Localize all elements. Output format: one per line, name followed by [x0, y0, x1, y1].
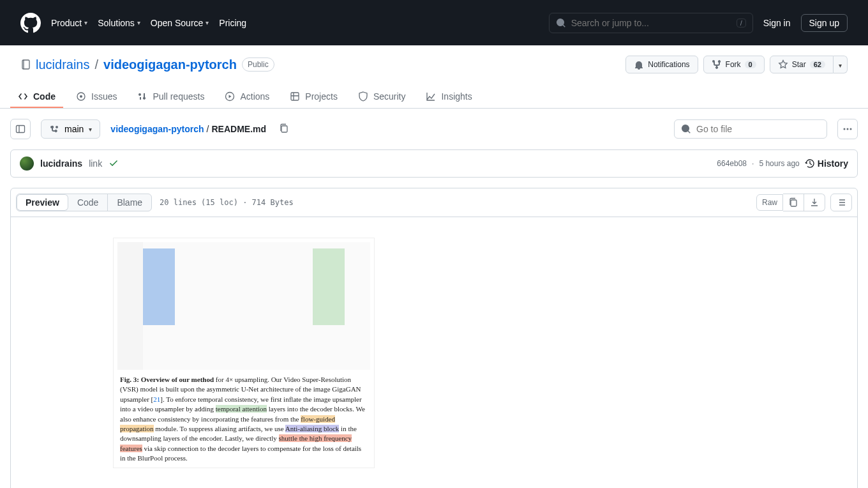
figure-caption: Fig. 3: Overview of our method for 4× up…	[117, 370, 370, 464]
svg-point-6	[844, 128, 846, 130]
tab-code[interactable]: Code	[10, 86, 63, 108]
star-count: 62	[810, 61, 825, 68]
blame-tab[interactable]: Blame	[108, 194, 151, 211]
code-icon	[18, 91, 28, 102]
notifications-button[interactable]: Notifications	[625, 56, 698, 73]
nav-product[interactable]: Product▾	[51, 18, 87, 28]
commit-message-link[interactable]: link	[89, 158, 102, 169]
go-to-file-input[interactable]	[696, 124, 820, 134]
visibility-badge: Public	[242, 57, 274, 72]
chevron-down-icon: ▾	[84, 19, 87, 26]
graph-icon	[426, 91, 436, 102]
project-icon	[290, 91, 300, 102]
nav-pricing[interactable]: Pricing	[219, 18, 246, 28]
sign-in-link[interactable]: Sign in	[763, 18, 791, 28]
repo-icon	[20, 59, 31, 70]
tab-security[interactable]: Security	[350, 86, 414, 108]
avatar[interactable]	[20, 156, 34, 171]
tab-actions[interactable]: Actions	[217, 86, 277, 108]
breadcrumb-file: README.md	[211, 124, 266, 134]
repo-owner-link[interactable]: lucidrains	[36, 57, 89, 72]
star-icon	[778, 59, 788, 70]
svg-point-7	[847, 128, 849, 130]
pr-icon	[137, 91, 147, 102]
nav-solutions[interactable]: Solutions▾	[98, 18, 140, 28]
readme-content: Fig. 3: Overview of our method for 4× up…	[11, 217, 857, 488]
chevron-down-icon: ▾	[137, 19, 140, 26]
commit-author-link[interactable]: lucidrains	[40, 158, 82, 169]
path-separator: /	[94, 57, 98, 72]
search-icon	[556, 18, 566, 28]
tab-pull-requests[interactable]: Pull requests	[130, 86, 212, 108]
branch-icon	[49, 124, 59, 134]
svg-rect-3	[291, 93, 299, 100]
copy-icon	[788, 197, 798, 208]
breadcrumb-repo[interactable]: videogigagan-pytorch	[110, 124, 204, 134]
fork-count: 0	[745, 61, 756, 68]
view-mode-toggle: Preview Code Blame	[16, 194, 152, 211]
history-button[interactable]: History	[805, 158, 848, 169]
dot: ·	[752, 159, 754, 168]
chevron-down-icon: ▾	[89, 126, 92, 133]
file-viewer: Preview Code Blame 20 lines (15 loc) · 7…	[10, 188, 858, 488]
global-search[interactable]: /	[549, 13, 753, 33]
nav-open-source[interactable]: Open Source▾	[151, 18, 209, 28]
global-header: Product▾ Solutions▾ Open Source▾ Pricing…	[0, 0, 868, 45]
sidebar-icon	[15, 124, 26, 134]
code-tab[interactable]: Code	[68, 194, 107, 211]
svg-rect-5	[281, 126, 287, 132]
download-icon	[809, 197, 819, 208]
fork-button[interactable]: Fork 0	[703, 56, 765, 73]
list-icon	[836, 197, 846, 208]
github-logo-icon[interactable]	[20, 13, 41, 33]
svg-point-8	[850, 128, 852, 130]
slash-hint: /	[737, 19, 746, 27]
svg-point-1	[80, 95, 82, 98]
raw-button[interactable]: Raw	[756, 194, 783, 211]
commit-time: 5 hours ago	[759, 159, 799, 168]
copy-icon	[279, 123, 289, 133]
chevron-down-icon: ▾	[206, 19, 209, 26]
repo-name-link[interactable]: videogigagan-pytorch	[103, 57, 237, 72]
history-icon	[805, 158, 815, 169]
play-icon	[225, 91, 235, 102]
preview-tab[interactable]: Preview	[17, 194, 68, 211]
chevron-down-icon: ▾	[839, 62, 842, 69]
repo-header: lucidrains / videogigagan-pytorch Public…	[0, 45, 868, 73]
file-view-toolbar: Preview Code Blame 20 lines (15 loc) · 7…	[11, 188, 857, 217]
file-tree-toggle[interactable]	[10, 119, 31, 139]
sign-up-button[interactable]: Sign up	[801, 14, 848, 32]
search-icon	[681, 124, 691, 134]
fork-icon	[712, 59, 722, 70]
branch-selector[interactable]: main ▾	[41, 119, 100, 139]
breadcrumb: videogigagan-pytorch / README.md	[110, 124, 266, 134]
download-button[interactable]	[804, 194, 825, 211]
svg-rect-9	[791, 200, 797, 206]
check-icon[interactable]	[108, 158, 119, 170]
shield-icon	[358, 91, 368, 102]
go-to-file[interactable]	[674, 119, 827, 139]
commit-sha-link[interactable]: 664eb08	[717, 159, 747, 168]
kebab-icon	[842, 124, 853, 134]
search-input[interactable]	[571, 18, 731, 28]
copy-path-button[interactable]	[276, 121, 292, 138]
file-info: 20 lines (15 loc) · 714 Bytes	[160, 198, 294, 207]
outline-button[interactable]	[830, 194, 852, 211]
global-nav: Product▾ Solutions▾ Open Source▾ Pricing	[51, 18, 246, 28]
copy-raw-button[interactable]	[783, 194, 804, 211]
issue-icon	[76, 91, 86, 102]
architecture-diagram	[117, 242, 370, 370]
latest-commit: lucidrains link 664eb08 · 5 hours ago Hi…	[10, 149, 858, 178]
path-separator: /	[207, 124, 209, 134]
repo-tabs: Code Issues Pull requests Actions Projec…	[0, 86, 868, 109]
tab-insights[interactable]: Insights	[418, 86, 479, 108]
svg-rect-4	[17, 126, 25, 133]
more-options-button[interactable]	[837, 119, 858, 139]
star-button[interactable]: Star 62	[770, 56, 834, 73]
tab-projects[interactable]: Projects	[282, 86, 345, 108]
star-dropdown[interactable]: ▾	[834, 56, 848, 73]
bell-icon	[634, 59, 644, 70]
tab-issues[interactable]: Issues	[68, 86, 124, 108]
file-toolbar: main ▾ videogigagan-pytorch / README.md	[0, 109, 868, 149]
readme-figure[interactable]: Fig. 3: Overview of our method for 4× up…	[113, 238, 375, 468]
